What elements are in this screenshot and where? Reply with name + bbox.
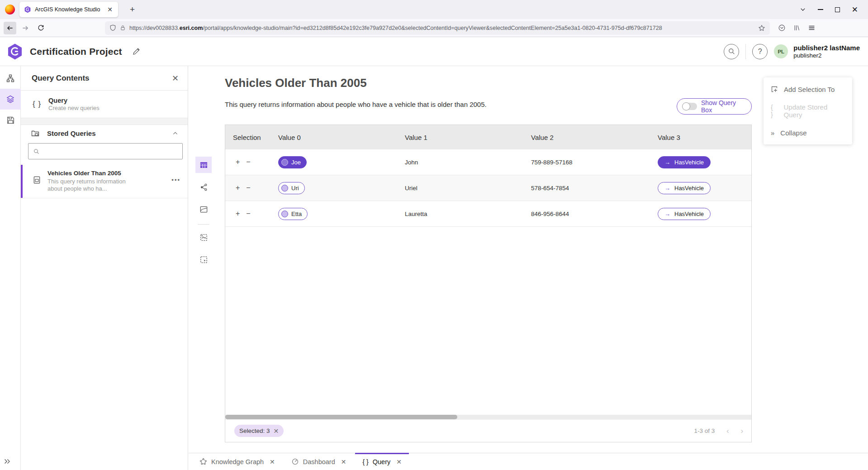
column-header: Value 0 xyxy=(270,125,397,149)
panel-title: Query Contents xyxy=(32,74,172,83)
close-window-button[interactable]: ✕ xyxy=(852,5,858,14)
url-text: https://dev0028833.esri.com/portal/apps/… xyxy=(129,25,754,31)
selection-tools-button[interactable] xyxy=(195,251,212,268)
select-minus-button[interactable]: − xyxy=(246,184,250,192)
relationship-pill[interactable]: →HasVehicle xyxy=(658,208,711,220)
table-view-button[interactable] xyxy=(195,157,212,173)
panel-close-icon[interactable]: ✕ xyxy=(172,73,179,83)
query-item[interactable]: { } Query Create new queries xyxy=(21,91,188,118)
view-toolstrip xyxy=(195,157,212,273)
map-view-button[interactable] xyxy=(195,201,212,217)
rail-project-tree-button[interactable] xyxy=(0,68,21,89)
value-cell: 578-654-7854 xyxy=(523,175,650,201)
url-field[interactable]: https://dev0028833.esri.com/portal/apps/… xyxy=(105,21,770,35)
avatar[interactable]: PL xyxy=(774,44,788,58)
map-add-icon xyxy=(199,233,208,242)
tracking-shield-icon[interactable] xyxy=(109,24,116,31)
page-title: Vehicles Older Than 2005 xyxy=(225,76,367,90)
stored-query-item[interactable]: Vehicles Older Than 2005 This query retu… xyxy=(21,165,188,198)
item-overflow-menu[interactable]: ••• xyxy=(171,177,180,183)
results-table: Selection Value 0 Value 1 Value 2 Value … xyxy=(225,125,752,442)
menu-item-update-stored-query[interactable]: { } Update Stored Query xyxy=(764,100,852,122)
rail-save-button[interactable] xyxy=(0,110,21,130)
arrow-right-icon: → xyxy=(664,159,670,166)
entity-icon xyxy=(281,185,288,192)
value-cell: Lauretta xyxy=(397,201,523,226)
entity-icon xyxy=(281,211,288,217)
column-header: Value 3 xyxy=(650,125,751,149)
minimize-button[interactable] xyxy=(818,9,823,10)
entity-pill[interactable]: Uri xyxy=(278,182,305,194)
help-button[interactable]: ? xyxy=(752,44,768,59)
add-to-map-button[interactable] xyxy=(195,229,212,245)
toggle-switch xyxy=(683,103,697,110)
column-header: Selection xyxy=(225,125,270,149)
knowledge-graph-icon xyxy=(199,458,207,465)
relationship-pill[interactable]: →HasVehicle xyxy=(658,156,711,168)
tab-query[interactable]: { } Query ✕ xyxy=(355,453,408,470)
selection-context-menu: Add Selection To { } Update Stored Query… xyxy=(764,77,852,144)
select-plus-button[interactable]: + xyxy=(236,210,240,217)
rail-contents-button[interactable] xyxy=(0,89,21,110)
expand-rail-button[interactable] xyxy=(3,457,11,465)
pocket-icon[interactable] xyxy=(778,24,786,32)
previous-page-button[interactable]: ‹ xyxy=(726,427,729,435)
chevron-up-icon[interactable] xyxy=(172,130,179,137)
tab-knowledge-graph[interactable]: Knowledge Graph ✕ xyxy=(192,453,282,470)
layers-icon xyxy=(6,95,15,104)
column-header: Value 2 xyxy=(523,125,650,149)
next-page-button[interactable]: › xyxy=(741,427,743,435)
double-chevron-right-icon: » xyxy=(771,129,774,137)
close-tab-icon[interactable]: ✕ xyxy=(270,458,275,465)
list-tabs-icon[interactable] xyxy=(800,6,806,13)
edit-pencil-icon[interactable] xyxy=(132,47,141,56)
scrollbar-thumb[interactable] xyxy=(225,415,457,419)
close-tab-icon[interactable]: ✕ xyxy=(396,458,402,465)
clear-selection-icon[interactable]: ✕ xyxy=(274,427,279,435)
save-icon xyxy=(6,116,15,125)
select-minus-button[interactable]: − xyxy=(246,210,250,217)
firefox-icon[interactable] xyxy=(5,5,15,14)
back-button[interactable] xyxy=(4,22,16,34)
reload-button[interactable] xyxy=(34,22,47,34)
browser-tab[interactable]: ArcGIS Knowledge Studio ✕ xyxy=(19,2,118,17)
bookmark-star-icon[interactable] xyxy=(758,24,765,32)
user-name: publisher2 lastName xyxy=(793,44,860,52)
forward-button[interactable] xyxy=(19,22,32,34)
tab-dashboard[interactable]: Dashboard ✕ xyxy=(284,453,354,470)
menu-item-collapse[interactable]: » Collapse xyxy=(764,122,852,144)
table-row: + − Joe John 759-889-57168 →HasVehicle xyxy=(225,149,751,175)
show-query-box-toggle[interactable]: Show Query Box xyxy=(677,98,752,115)
braces-icon: { } xyxy=(33,100,41,109)
entity-pill[interactable]: Etta xyxy=(278,208,308,220)
library-icon[interactable] xyxy=(793,24,801,32)
search-input[interactable] xyxy=(43,148,178,155)
tab-close-icon[interactable]: ✕ xyxy=(105,6,114,13)
value-cell: 846-956-8644 xyxy=(523,201,650,226)
lock-icon[interactable] xyxy=(120,24,126,31)
close-tab-icon[interactable]: ✕ xyxy=(341,458,346,465)
entity-pill[interactable]: Joe xyxy=(278,156,307,168)
stored-folder-icon xyxy=(31,129,40,138)
new-tab-button[interactable]: + xyxy=(126,5,138,14)
arrow-right-icon: → xyxy=(664,185,670,192)
select-plus-button[interactable]: + xyxy=(236,184,240,192)
value-cell: 759-889-57168 xyxy=(523,149,650,175)
link-chart-view-button[interactable] xyxy=(195,179,212,195)
question-icon: ? xyxy=(758,48,762,56)
select-minus-button[interactable]: − xyxy=(246,158,250,166)
view-tab-bar: Knowledge Graph ✕ Dashboard ✕ { } Query … xyxy=(189,453,868,470)
relationship-pill[interactable]: →HasVehicle xyxy=(658,182,711,194)
horizontal-scrollbar[interactable] xyxy=(225,415,751,419)
search-button[interactable] xyxy=(724,44,739,59)
stored-queries-search[interactable] xyxy=(28,143,183,159)
menu-hamburger-icon[interactable] xyxy=(808,24,816,32)
selected-count-chip[interactable]: Selected: 3 ✕ xyxy=(234,425,284,437)
stored-queries-header[interactable]: Stored Queries xyxy=(21,125,188,141)
maximize-button[interactable] xyxy=(835,7,840,12)
hierarchy-icon xyxy=(6,74,15,83)
select-plus-button[interactable]: + xyxy=(236,158,240,166)
menu-item-add-selection-to[interactable]: Add Selection To xyxy=(764,78,852,100)
app-header: Certification Project ? PL publisher2 la… xyxy=(0,37,868,66)
value-cell: John xyxy=(397,149,523,175)
